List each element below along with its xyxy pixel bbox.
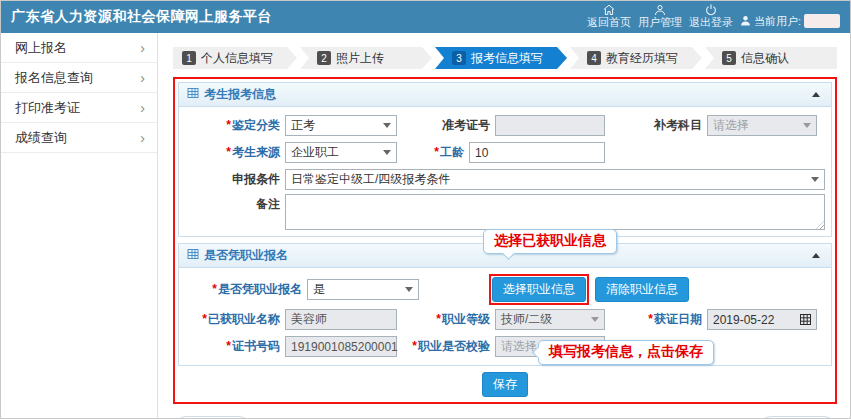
step-label: 报考信息填写: [471, 50, 543, 67]
step-wizard: 1 个人信息填写 2 照片上传 3 报考信息填写 4 教育经历填写 5 信息确认: [173, 47, 837, 69]
sidebar-item-label: 打印准考证: [15, 99, 80, 117]
annotation-callout-text: 填写报考信息，点击保存: [549, 343, 703, 359]
current-user-label: 当前用户:: [754, 14, 801, 29]
cert-no-input[interactable]: 1919001085200001: [285, 336, 397, 357]
remark-textarea[interactable]: [285, 194, 825, 230]
required-mark: *: [436, 312, 441, 326]
classification-select[interactable]: 正考: [285, 115, 397, 136]
chevron-up-icon: [812, 253, 820, 258]
sidebar-item-label: 报名信息查询: [15, 69, 93, 87]
user-icon: [654, 4, 666, 16]
required-mark: *: [212, 282, 217, 296]
occupation-panel-body: *是否凭职业报名 是 选择职业信息 清除职业信息 *已获职业名称 美容师 *职业…: [179, 268, 831, 365]
exam-info-panel: 考生报考信息 *鉴定分类 正考 准考证号 补考科目 请选择 *考生来源: [178, 82, 832, 237]
by-occupation-value: 是: [313, 281, 325, 298]
candidate-source-value: 企业职工: [291, 144, 339, 161]
sidebar: 网上报名 › 报名信息查询 › 打印准考证 › 成绩查询 ›: [1, 33, 158, 418]
dropdown-arrow-icon: [811, 177, 819, 182]
home-link[interactable]: 返回首页: [587, 4, 631, 30]
exam-info-title-text: 考生报考信息: [204, 86, 276, 103]
dropdown-arrow-icon: [383, 123, 391, 128]
step-number: 1: [182, 51, 196, 65]
obtained-name-input[interactable]: 美容师: [285, 309, 397, 330]
step-label: 照片上传: [336, 50, 384, 67]
work-years-input[interactable]: 10: [469, 142, 605, 163]
step-number: 4: [587, 51, 601, 65]
power-icon: [705, 4, 717, 16]
by-occupation-label: *是否凭职业报名: [185, 279, 307, 300]
save-button[interactable]: 保存: [482, 372, 528, 397]
occupation-level-select[interactable]: 技师/二级: [495, 309, 605, 330]
current-user-value: [804, 14, 840, 28]
by-occupation-select[interactable]: 是: [307, 279, 419, 300]
annotation-callout-text: 选择已获职业信息: [494, 232, 606, 248]
required-mark: *: [434, 145, 439, 159]
apply-condition-label: 申报条件: [185, 169, 285, 190]
cert-date-input[interactable]: 2019-05-22: [707, 309, 817, 330]
cert-no-value: 1919001085200001: [291, 340, 398, 354]
step-education-history[interactable]: 4 教育经历填写: [570, 47, 702, 69]
required-mark: *: [226, 339, 231, 353]
candidate-source-select[interactable]: 企业职工: [285, 142, 397, 163]
user-management-link[interactable]: 用户管理: [638, 4, 682, 30]
sidebar-item-score-query[interactable]: 成绩查询 ›: [1, 123, 157, 153]
step-photo-upload[interactable]: 2 照片上传: [300, 47, 432, 69]
required-mark: *: [226, 145, 231, 159]
select-occupation-button[interactable]: 选择职业信息: [492, 277, 586, 302]
required-mark: *: [412, 339, 417, 353]
admission-no-input[interactable]: [495, 115, 605, 136]
step-info-confirm[interactable]: 5 信息确认: [705, 47, 837, 69]
sidebar-item-registration-query[interactable]: 报名信息查询 ›: [1, 63, 157, 93]
annotation-callout-save: 填写报考信息，点击保存: [538, 340, 714, 365]
current-user-icon: [740, 15, 751, 28]
sidebar-item-online-registration[interactable]: 网上报名 ›: [1, 33, 157, 63]
sidebar-item-print-admission[interactable]: 打印准考证 ›: [1, 93, 157, 123]
step-personal-info[interactable]: 1 个人信息填写: [173, 47, 297, 69]
step-exam-info-active[interactable]: 3 报考信息填写: [435, 47, 567, 69]
step-number: 2: [317, 51, 331, 65]
collapse-occupation-panel-button[interactable]: [809, 250, 823, 261]
home-icon: [603, 4, 615, 16]
work-years-label: *工龄: [397, 142, 469, 163]
dropdown-arrow-icon: [405, 287, 413, 292]
chevron-right-icon: ›: [140, 130, 145, 146]
makeup-subject-value: 请选择: [713, 117, 749, 134]
annotation-callout-select-occupation: 选择已获职业信息: [483, 229, 617, 254]
apply-condition-value: 日常鉴定中级工/四级报考条件: [291, 171, 450, 188]
occupation-level-label: *职业等级: [397, 309, 495, 330]
cert-date-value: 2019-05-22: [713, 313, 774, 327]
sidebar-item-label: 网上报名: [15, 39, 67, 57]
exam-info-panel-title: 考生报考信息: [187, 86, 276, 103]
clear-occupation-button[interactable]: 清除职业信息: [595, 277, 689, 302]
remark-label: 备注: [185, 194, 285, 215]
dropdown-arrow-icon: [803, 123, 811, 128]
apply-condition-select[interactable]: 日常鉴定中级工/四级报考条件: [285, 169, 825, 190]
chevron-right-icon: ›: [140, 70, 145, 86]
classification-value: 正考: [291, 117, 315, 134]
collapse-exam-panel-button[interactable]: [809, 89, 823, 100]
logout-link[interactable]: 退出登录: [689, 4, 733, 30]
save-row: 保存: [178, 372, 832, 397]
occupation-panel-title: 是否凭职业报名: [187, 247, 288, 264]
makeup-subject-label: 补考科目: [605, 115, 707, 136]
work-years-value: 10: [475, 146, 488, 160]
chevron-right-icon: ›: [140, 100, 145, 116]
classification-label: *鉴定分类: [185, 115, 285, 136]
dropdown-arrow-icon: [591, 317, 599, 322]
table-icon: [187, 248, 199, 263]
user-management-label: 用户管理: [638, 16, 682, 30]
makeup-subject-select[interactable]: 请选择: [707, 115, 817, 136]
step-number: 5: [722, 51, 736, 65]
calendar-icon[interactable]: [800, 314, 811, 325]
cert-no-label: *证书号码: [185, 336, 285, 357]
exam-info-panel-body: *鉴定分类 正考 准考证号 补考科目 请选择 *考生来源 企业职工 *工龄 10: [179, 107, 831, 236]
home-link-label: 返回首页: [587, 16, 631, 30]
occupation-title-text: 是否凭职业报名: [204, 247, 288, 264]
occupation-panel: 是否凭职业报名 *是否凭职业报名 是 选择职业信息 清除职业信息: [178, 243, 832, 366]
dropdown-arrow-icon: [383, 150, 391, 155]
step-number: 3: [452, 51, 466, 65]
chevron-up-icon: [812, 92, 820, 97]
logout-label: 退出登录: [689, 16, 733, 30]
table-icon: [187, 87, 199, 102]
step-label: 教育经历填写: [606, 50, 678, 67]
